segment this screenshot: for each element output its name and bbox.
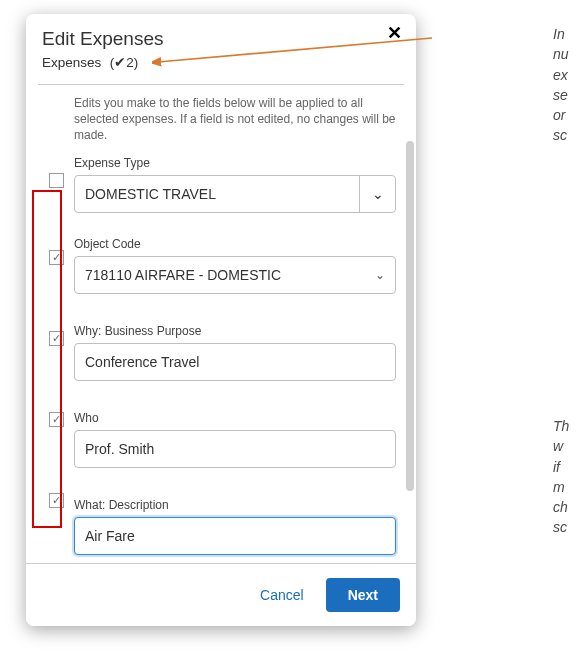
annotation-text-lower: Th w if m ch sc	[553, 416, 581, 538]
selected-count-row: Expenses (✔2)	[42, 54, 400, 70]
label-expense-type: Expense Type	[74, 156, 396, 170]
input-what[interactable]: Air Fare	[74, 517, 396, 555]
dialog-title: Edit Expenses	[42, 28, 400, 50]
dialog-footer: Cancel Next	[26, 563, 416, 626]
field-what: What: Description Air Fare	[74, 498, 396, 555]
check-icon: ✔	[114, 55, 126, 70]
field-object-code: Object Code 718110 AIRFARE - DOMESTIC ⌄	[74, 237, 396, 294]
cancel-button[interactable]: Cancel	[250, 579, 314, 611]
field-who: Who Prof. Smith	[74, 411, 396, 468]
apply-checkbox-what[interactable]	[49, 493, 64, 508]
value-who: Prof. Smith	[85, 441, 154, 457]
apply-checkbox-expense-type[interactable]	[49, 173, 64, 188]
annotation-text-upper: In nu ex se or sc	[553, 24, 581, 146]
label-object-code: Object Code	[74, 237, 396, 251]
label-why: Why: Business Purpose	[74, 324, 396, 338]
apply-checkbox-object-code[interactable]	[49, 250, 64, 265]
label-what: What: Description	[74, 498, 396, 512]
field-why: Why: Business Purpose Conference Travel	[74, 324, 396, 381]
value-why: Conference Travel	[85, 354, 199, 370]
select-object-code[interactable]: 718110 AIRFARE - DOMESTIC ⌄	[74, 256, 396, 294]
dialog-body: Edits you make to the fields below will …	[26, 85, 416, 563]
edit-expenses-dialog: Edit Expenses ✕ Expenses (✔2) Edits you …	[26, 14, 416, 626]
apply-checkbox-who[interactable]	[49, 412, 64, 427]
input-why[interactable]: Conference Travel	[74, 343, 396, 381]
value-expense-type: DOMESTIC TRAVEL	[85, 186, 216, 202]
next-button[interactable]: Next	[326, 578, 400, 612]
fields-column: Edits you make to the fields below will …	[74, 95, 404, 563]
input-who[interactable]: Prof. Smith	[74, 430, 396, 468]
scrollbar[interactable]	[406, 141, 414, 491]
chevron-down-icon[interactable]: ⌄	[375, 268, 385, 282]
dialog-header: Edit Expenses ✕ Expenses (✔2)	[26, 14, 416, 78]
apply-checkbox-why[interactable]	[49, 331, 64, 346]
edit-hint: Edits you make to the fields below will …	[74, 95, 396, 144]
close-icon[interactable]: ✕	[387, 24, 402, 42]
select-expense-type[interactable]: DOMESTIC TRAVEL ⌄	[74, 175, 396, 213]
value-what: Air Fare	[85, 528, 135, 544]
selected-count: 2	[126, 55, 134, 70]
value-object-code: 718110 AIRFARE - DOMESTIC	[85, 267, 281, 283]
label-who: Who	[74, 411, 396, 425]
subheader-prefix: Expenses	[42, 55, 101, 70]
chevron-down-icon[interactable]: ⌄	[359, 176, 395, 212]
field-expense-type: Expense Type DOMESTIC TRAVEL ⌄	[74, 156, 396, 213]
apply-checkbox-column	[38, 95, 74, 563]
